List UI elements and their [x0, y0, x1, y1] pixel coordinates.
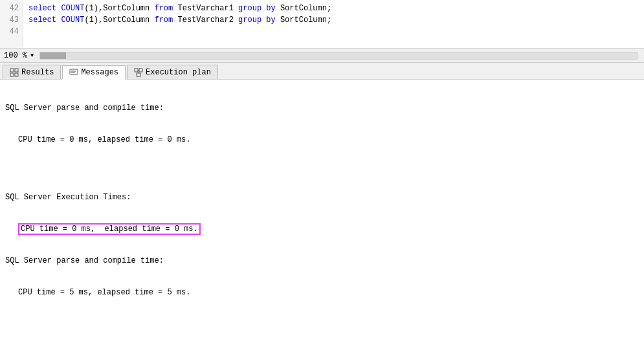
svg-rect-8 [139, 69, 142, 72]
tab-execution-plan[interactable]: Execution plan [127, 65, 218, 79]
line-numbers: 42 43 44 [0, 0, 23, 48]
svg-rect-4 [70, 69, 78, 74]
highlighted-execution-time-1: CPU time = 0 ms, elapsed time = 0 ms. [18, 223, 201, 235]
tab-messages-label: Messages [81, 68, 118, 77]
msg-empty-2 [5, 319, 639, 324]
svg-rect-2 [10, 73, 14, 76]
svg-rect-3 [15, 73, 18, 76]
horizontal-scrollbar[interactable] [39, 52, 638, 60]
msg-empty-1 [5, 166, 639, 171]
msg-line-1: SQL Server parse and compile time: [5, 103, 639, 114]
svg-rect-0 [10, 69, 14, 72]
zoom-dropdown-arrow[interactable]: ▾ [30, 50, 34, 60]
msg-line-3: SQL Server Execution Times: [5, 192, 639, 203]
msg-line-4: CPU time = 0 ms, elapsed time = 0 ms. [5, 224, 639, 235]
tab-results-label: Results [21, 68, 54, 77]
grid-icon [10, 68, 19, 77]
code-line-44 [28, 26, 639, 38]
messages-panel[interactable]: SQL Server parse and compile time: CPU t… [0, 80, 644, 341]
code-line-42: select COUNT(1),SortColumn from TestVarc… [28, 3, 639, 14]
message-icon [69, 68, 78, 77]
msg-line-6: CPU time = 5 ms, elapsed time = 5 ms. [5, 287, 639, 298]
svg-rect-10 [137, 73, 140, 76]
msg-line-2: CPU time = 0 ms, elapsed time = 0 ms. [5, 135, 639, 146]
code-line-43: select COUNT(1),SortColumn from TestVarc… [28, 14, 639, 26]
zoom-bar: 100 % ▾ [0, 49, 644, 63]
code-content[interactable]: select COUNT(1),SortColumn from TestVarc… [23, 0, 644, 48]
tabs-bar: Results Messages Execution plan [0, 63, 644, 80]
tab-execution-plan-label: Execution plan [146, 68, 211, 77]
tab-messages[interactable]: Messages [62, 65, 126, 80]
svg-rect-7 [135, 69, 138, 72]
svg-rect-1 [15, 69, 18, 72]
code-editor[interactable]: 42 43 44 select COUNT(1),SortColumn from… [0, 0, 644, 49]
chart-icon [134, 68, 143, 77]
scrollbar-thumb[interactable] [40, 52, 66, 59]
msg-line-5: SQL Server parse and compile time: [5, 256, 639, 267]
zoom-value: 100 % [4, 51, 27, 60]
tab-results[interactable]: Results [3, 65, 61, 79]
